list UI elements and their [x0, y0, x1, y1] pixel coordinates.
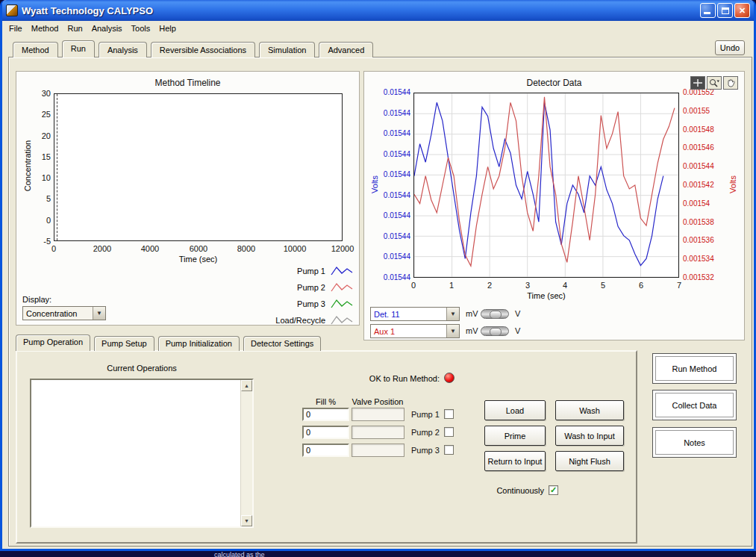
tab-simulation[interactable]: Simulation [259, 42, 315, 57]
menu-item-tools[interactable]: Tools [127, 22, 155, 35]
legend-line-icon [331, 314, 353, 326]
channel-selector-value: Det. 11 [371, 310, 446, 319]
titlebar[interactable]: Wyatt Technology CALYPSO ✕ [2, 0, 754, 21]
menu-item-method[interactable]: Method [27, 22, 63, 35]
unit-label-mv: mV [466, 309, 478, 318]
cursor-line[interactable] [57, 94, 57, 240]
zoom-icon-button[interactable] [707, 76, 722, 90]
scroll-down-icon[interactable]: ▼ [241, 515, 252, 526]
menu-item-file[interactable]: File [4, 22, 27, 35]
tab-reversible-associations[interactable]: Reversible Associations [151, 42, 255, 57]
detector-data-plot[interactable] [413, 93, 679, 278]
y-tick-right: 0.001544 [683, 162, 731, 170]
chevron-down-icon[interactable]: ▼ [93, 307, 105, 320]
detector-left-axis-label: Volts [370, 162, 379, 207]
chevron-down-icon[interactable]: ▼ [446, 308, 459, 320]
y-tick-left: 0.01544 [370, 109, 410, 117]
y-tick: 20 [16, 131, 51, 140]
y-tick-right: 0.001542 [683, 181, 731, 189]
tab-pump-setup[interactable]: Pump Setup [94, 336, 154, 351]
channel-selector-aux-1[interactable]: Aux 1▼ [370, 324, 460, 338]
x-tick: 1 [440, 281, 463, 290]
fill-input-pump-2[interactable]: 0 [302, 426, 349, 439]
channel-selector-det-11[interactable]: Det. 11▼ [370, 307, 460, 321]
unit-switch[interactable] [481, 326, 509, 336]
y-tick: 25 [16, 110, 51, 119]
x-tick: 4 [554, 281, 576, 290]
menu-item-analysis[interactable]: Analysis [87, 22, 127, 35]
unit-label-v: V [515, 326, 520, 335]
zoom-icon [708, 78, 720, 88]
return-to-input-button[interactable]: Return to Input [484, 451, 546, 471]
crosshair-icon-button[interactable] [690, 76, 705, 90]
fill-input-pump-3[interactable]: 0 [302, 444, 349, 457]
notes-button[interactable]: Notes [652, 427, 737, 458]
menu-item-run[interactable]: Run [63, 22, 87, 35]
pan-icon [725, 78, 737, 88]
scroll-up-icon[interactable]: ▲ [241, 380, 252, 391]
chevron-down-icon[interactable]: ▼ [446, 325, 459, 337]
legend-label: Pump 3 [297, 299, 325, 308]
y-tick-right: 0.00154 [683, 199, 731, 208]
current-operations-list[interactable]: ▲ ▼ [30, 379, 254, 528]
pump-3-checkbox[interactable] [444, 445, 454, 455]
tab-detector-settings[interactable]: Detector Settings [243, 336, 321, 351]
y-tick: 0 [16, 216, 51, 225]
x-tick: 6000 [180, 244, 217, 253]
tab-analysis[interactable]: Analysis [99, 42, 147, 57]
tab-pump-operation[interactable]: Pump Operation [16, 334, 90, 351]
series-aux-1 [414, 97, 675, 266]
menu-bar: FileMethodRunAnalysisToolsHelp [2, 21, 754, 36]
y-tick-right: 0.00155 [683, 107, 731, 115]
background-window-text: calculated as the [214, 551, 265, 557]
pump-1-checkbox[interactable] [444, 409, 454, 419]
wash-to-input-button[interactable]: Wash to Input [555, 426, 624, 446]
display-selector-value: Concentration [23, 309, 93, 318]
tab-run[interactable]: Run [62, 40, 95, 57]
tab-pump-initialization[interactable]: Pump Initialization [158, 336, 240, 351]
tab-advanced[interactable]: Advanced [319, 42, 373, 57]
method-timeline-plot[interactable] [54, 93, 343, 241]
continuously-checkbox[interactable]: ✓ [549, 485, 558, 495]
undo-button[interactable]: Undo [715, 40, 745, 55]
legend-label: Pump 2 [297, 283, 325, 292]
pump-2-checkbox[interactable] [444, 427, 454, 437]
maximize-icon [722, 7, 729, 14]
collect-data-button[interactable]: Collect Data [652, 390, 737, 420]
legend-item: Pump 3 [241, 298, 353, 310]
legend-label: Pump 1 [297, 267, 325, 276]
pan-icon-button[interactable] [723, 76, 738, 90]
tab-method[interactable]: Method [13, 42, 58, 57]
minimize-icon [704, 12, 710, 14]
channel-selector-value: Aux 1 [371, 327, 446, 336]
fill-header: Fill % [302, 397, 349, 406]
maximize-button[interactable] [717, 3, 733, 18]
y-tick-right: 0.001536 [683, 236, 731, 244]
prime-button[interactable]: Prime [484, 426, 546, 446]
legend-item: Pump 2 [241, 281, 353, 293]
menu-item-help[interactable]: Help [154, 22, 181, 35]
wash-button[interactable]: Wash [555, 400, 624, 420]
night-flush-button[interactable]: Night Flush [555, 451, 624, 471]
fill-input-pump-1[interactable]: 0 [302, 408, 349, 421]
minimize-button[interactable] [700, 3, 716, 18]
x-tick: 0 [402, 281, 425, 290]
y-tick-right: 0.001538 [683, 218, 731, 226]
y-tick-right: 0.001548 [683, 125, 731, 134]
unit-label-v: V [515, 309, 520, 318]
run-method-button[interactable]: Run Method [652, 353, 737, 384]
y-tick-right: 0.001546 [683, 143, 731, 152]
main-tab-strip: MethodRunAnalysisReversible Associations… [13, 40, 377, 57]
y-tick-right: 0.001534 [683, 255, 731, 263]
method-timeline-xlabel: Time (sec) [54, 255, 343, 264]
window-title: Wyatt Technology CALYPSO [22, 5, 699, 16]
unit-switch[interactable] [481, 309, 509, 319]
detector-data-panel: Detector Data Volts Volts Time (sec) 0.0… [363, 71, 745, 340]
close-button[interactable]: ✕ [734, 3, 750, 18]
load-button[interactable]: Load [484, 400, 546, 420]
x-tick: 5 [592, 281, 614, 290]
x-tick: 8000 [228, 244, 265, 253]
current-operations-label: Current Operations [30, 364, 254, 373]
scrollbar[interactable]: ▲ ▼ [240, 380, 252, 526]
display-selector[interactable]: Concentration ▼ [22, 306, 106, 320]
